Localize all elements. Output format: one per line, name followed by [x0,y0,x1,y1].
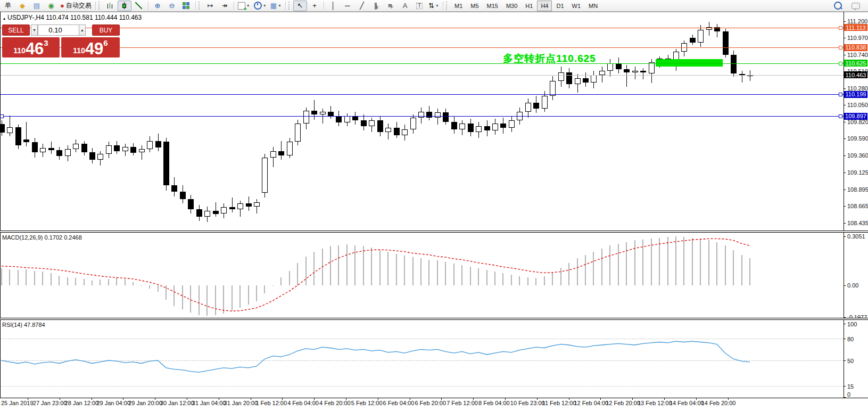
connection-icon[interactable]: ◉ [44,1,58,11]
line-chart-icon[interactable] [132,1,146,11]
macd-histogram-bar [248,285,249,305]
tile-windows-icon[interactable] [179,1,193,11]
macd-histogram-bar [741,255,742,285]
toolbar-grip[interactable] [446,2,449,10]
macd-histogram-bar [535,278,536,285]
timeframe-d1-button[interactable]: D1 [552,1,567,11]
channel-icon[interactable]: ∥E [369,1,383,11]
toolbar-right-group [831,1,868,11]
cursor-icon[interactable]: ↖ [293,1,307,11]
fibonacci-icon[interactable]: ≡F [384,1,398,11]
period-icon[interactable]: ▼ [252,1,268,11]
text-icon[interactable]: A [398,1,412,11]
price-tick-label: 108.435 [847,220,868,226]
dropdown-caret-icon[interactable]: ▼ [278,4,282,7]
volume-decrement-button[interactable]: ▼ [31,24,38,36]
macd-histogram-bar [330,246,331,285]
trendline-icon[interactable]: ╱ [355,1,369,11]
plot-left-frame [0,12,1,398]
timeframe-m1-button[interactable]: M1 [451,1,466,11]
macd-histogram-bar [428,260,429,285]
macd-histogram-bar [634,240,635,285]
buy-price-button[interactable]: 110496 [61,37,120,57]
find-symbol-button[interactable] [831,1,845,11]
macd-histogram-bar [26,269,27,285]
sell-price-prefix: 110 [13,46,26,55]
macd-histogram-bar [437,260,438,285]
arrows-icon[interactable]: ⇅▼ [427,1,441,11]
toolbar-grip[interactable] [98,2,101,10]
price-badge: 110.838 [844,44,867,51]
sell-price-button[interactable]: 110463 [2,37,60,57]
timeframe-m30-button[interactable]: M30 [502,1,521,11]
collapse-chart-icon[interactable]: ▴ [3,16,5,21]
timeframe-h4-button[interactable]: H4 [537,1,552,11]
crosshair-icon[interactable]: + [308,1,321,11]
chart-shift-icon[interactable]: ↦ [203,1,217,11]
price-badge: 110.625 [844,60,867,67]
one-click-trading-panel: SELL ▼ ▲ BUY 110463 110496 [2,24,120,57]
dropdown-caret-icon[interactable]: ▼ [246,4,250,7]
buy-button[interactable]: BUY [92,24,120,36]
panel-divider-rsi[interactable] [0,318,868,320]
candlestick-chart-icon[interactable] [118,1,131,11]
price-badge: 110.463 [844,71,867,78]
timeframe-w1-button[interactable]: W1 [568,1,585,11]
template-icon[interactable]: ▦▼ [269,1,283,11]
timeframe-h1-button[interactable]: H1 [522,1,536,11]
macd-histogram-bar [552,273,553,285]
macd-histogram-bar [100,280,101,285]
price-badge: 111.113 [844,24,867,31]
auto-scroll-icon[interactable]: ↠ [218,1,232,11]
macd-histogram-bar [651,239,652,285]
toolbar-grip[interactable] [288,2,291,10]
zoom-in-icon[interactable]: ⊕ [151,1,164,11]
autotrade-button[interactable]: ●自动交易 [59,1,93,11]
mt4-terminal: 单◆▤◉●自动交易⊕⊖↦↠▼▼▦▼↖+│─╱∥E≡FAT⇅▼M1M5M15M30… [0,0,868,411]
text-icon: A [403,2,408,9]
price-tick-label: 110.050 [847,102,868,108]
new-order-partial-label[interactable]: 单 [1,1,15,11]
macd-histogram-bar [577,258,578,285]
macd-histogram-bar [387,252,388,285]
chat-button[interactable] [849,1,863,11]
panel-divider-macd[interactable] [0,231,868,233]
timeframe-m15-button[interactable]: M15 [483,1,502,11]
text-label-icon[interactable]: T [412,1,426,11]
auto-scroll-icon: ↠ [221,2,227,9]
chart-window-icon[interactable]: ▤ [30,1,44,11]
timeframe-mn-button[interactable]: MN [585,1,601,11]
macd-histogram-bar [232,285,233,311]
macd-histogram-bar [9,269,10,285]
bar-chart-icon [106,2,113,9]
price-tick-label: 109.360 [847,152,868,159]
macd-histogram-bar [199,285,200,315]
zoom-out-icon[interactable]: ⊖ [165,1,179,11]
rsi-tick-label: 100 [847,321,857,327]
macd-histogram-bar [379,250,381,285]
macd-histogram-bar [141,285,142,286]
rsi-tick-label: 50 [847,358,854,364]
autotrade-label: 自动交易 [66,1,92,10]
macd-histogram-bar [322,249,323,286]
macd-histogram-bar [239,285,241,308]
macd-histogram-bar [92,281,93,285]
dropdown-caret-icon[interactable]: ▼ [435,4,439,7]
trendline-icon: ╱ [360,2,364,9]
macd-histogram-bar [297,263,298,285]
new-chart-icon[interactable]: ▼ [236,1,252,11]
vline-icon[interactable]: │ [326,1,340,11]
sell-button[interactable]: SELL [2,24,30,36]
timeframe-m5-button[interactable]: M5 [467,1,482,11]
macd-histogram-bar [560,268,561,285]
new-order-icon[interactable]: ◆ [15,1,29,11]
time-axis-label: 8 Feb 04:00 [478,400,510,406]
zoom-out-icon: ⊖ [169,2,175,9]
dropdown-caret-icon[interactable]: ▼ [263,4,267,7]
toolbar-grip[interactable] [199,2,201,10]
volume-increment-button[interactable]: ▲ [79,24,86,36]
hline-icon[interactable]: ─ [341,1,354,11]
bar-chart-icon[interactable] [103,1,117,11]
crosshair-icon: + [312,2,317,9]
volume-input[interactable] [38,24,79,36]
